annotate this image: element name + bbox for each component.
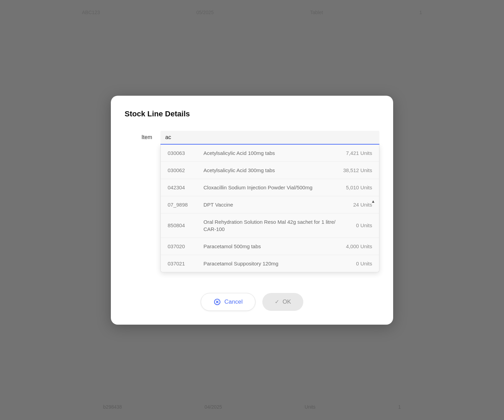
cancel-label: Cancel (224, 298, 243, 305)
ok-label: OK (283, 298, 291, 305)
item-name: Paracetamol 500mg tabs (203, 243, 338, 250)
item-name: Acetylsalicylic Acid 100mg tabs (203, 149, 338, 157)
modal-title: Stock Line Details (125, 109, 379, 118)
item-stock: 4,000 Units (346, 243, 372, 249)
item-code: 037020 (168, 243, 195, 249)
item-name: Cloxacillin Sodium Injection Powder Vial… (203, 184, 338, 191)
item-name: Acetylsalicylic Acid 300mg tabs (203, 167, 335, 174)
item-name: Oral Rehydration Solution Reso Mal 42g s… (203, 218, 348, 233)
item-code: 030063 (168, 150, 195, 156)
item-row: Item ▲ 030063Acetylsalicylic Acid 100mg … (125, 131, 379, 272)
ok-button[interactable]: ✓ OK (262, 293, 304, 311)
stock-line-details-modal: Stock Line Details Item ▲ 030063Acetylsa… (111, 96, 393, 325)
cancel-icon (213, 298, 221, 306)
modal-footer: Cancel ✓ OK (125, 272, 379, 311)
item-stock: 0 Units (356, 261, 372, 266)
item-code: 850804 (168, 222, 195, 228)
item-dropdown-list: 030063Acetylsalicylic Acid 100mg tabs7,4… (160, 145, 379, 272)
cancel-button[interactable]: Cancel (201, 293, 255, 311)
item-code: 030062 (168, 167, 195, 173)
item-stock: 0 Units (356, 222, 372, 228)
item-stock: 7,421 Units (346, 150, 372, 156)
search-container: ▲ 030063Acetylsalicylic Acid 100mg tabs7… (160, 131, 379, 272)
item-name: DPT Vaccine (203, 201, 345, 208)
item-search-input[interactable] (160, 131, 379, 145)
dropdown-item[interactable]: 037021Paracetamol Suppository 120mg0 Uni… (161, 255, 379, 272)
dropdown-item[interactable]: 030062Acetylsalicylic Acid 300mg tabs38,… (161, 162, 379, 179)
dropdown-item[interactable]: 037020Paracetamol 500mg tabs4,000 Units (161, 238, 379, 255)
item-name: Paracetamol Suppository 120mg (203, 260, 348, 267)
item-code: 07_9898 (168, 202, 195, 208)
item-stock: 24 Units (353, 202, 372, 208)
item-code: 042304 (168, 185, 195, 190)
dropdown-item[interactable]: 07_9898DPT Vaccine24 Units (161, 196, 379, 213)
dropdown-item[interactable]: 850804Oral Rehydration Solution Reso Mal… (161, 213, 379, 238)
ok-checkmark-icon: ✓ (275, 298, 279, 305)
modal-overlay: Stock Line Details Item ▲ 030063Acetylsa… (0, 0, 504, 420)
item-stock: 38,512 Units (343, 167, 372, 173)
item-label: Item (125, 131, 152, 140)
dropdown-item[interactable]: 042304Cloxacillin Sodium Injection Powde… (161, 179, 379, 196)
item-stock: 5,010 Units (346, 185, 372, 190)
dropdown-item[interactable]: 030063Acetylsalicylic Acid 100mg tabs7,4… (161, 145, 379, 162)
item-code: 037021 (168, 261, 195, 266)
